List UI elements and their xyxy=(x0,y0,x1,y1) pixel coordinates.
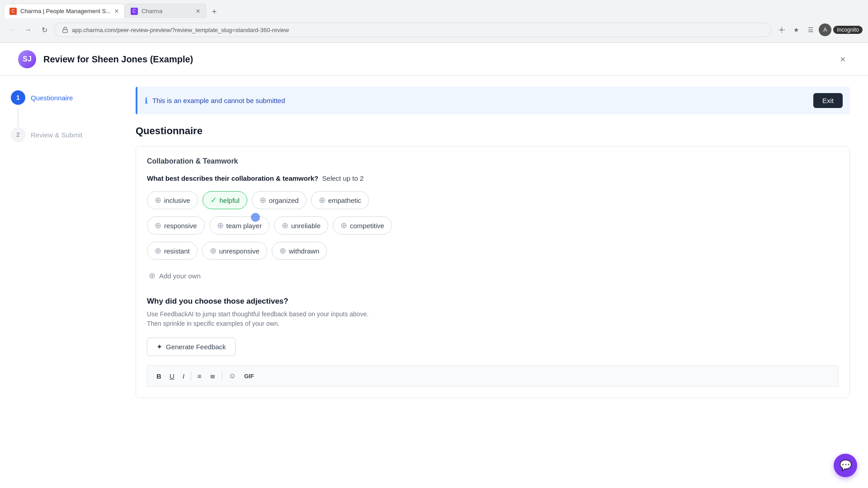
question-suffix: Select up to 2 xyxy=(322,174,364,182)
tab-label-1: Charma | People Management S... xyxy=(20,8,111,14)
add-own-button[interactable]: ⊕ Add your own xyxy=(147,267,839,284)
questionnaire-title: Questionnaire xyxy=(136,125,850,137)
page-title: Review for Sheen Jones (Example) xyxy=(43,54,828,65)
tab-bar: C Charma | People Management S... ✕ C Ch… xyxy=(0,0,868,18)
tags-grid: ⊕ inclusive ✓ helpful ⊕ organized xyxy=(147,191,839,209)
tag-unresponsive[interactable]: ⊕ unresponsive xyxy=(202,242,267,260)
tab-favicon-1: C xyxy=(9,8,17,15)
numbered-list-button[interactable]: ≣ xyxy=(206,370,219,382)
avatar: SJ xyxy=(18,50,36,68)
step-2-label[interactable]: Review & Submit xyxy=(31,131,82,139)
tag-unreliable[interactable]: ⊕ unreliable xyxy=(274,216,328,235)
tag-empathetic[interactable]: ⊕ empathetic xyxy=(311,191,369,209)
tag-icon-unresponsive: ⊕ xyxy=(210,246,217,256)
banner-text: This is an example and cannot be submitt… xyxy=(152,97,285,104)
tag-icon-responsive: ⊕ xyxy=(155,221,161,230)
tag-label-unresponsive: unresponsive xyxy=(219,247,259,255)
tag-icon-unreliable: ⊕ xyxy=(282,221,288,230)
tag-responsive[interactable]: ⊕ responsive xyxy=(147,216,205,235)
generate-icon: ✦ xyxy=(156,343,162,351)
bold-button[interactable]: B xyxy=(153,371,165,382)
tag-icon-competitive: ⊕ xyxy=(340,221,347,230)
bullet-list-button[interactable]: ≡ xyxy=(194,371,205,382)
sidebar-btn[interactable]: ☰ xyxy=(804,23,817,36)
section-title: Collaboration & Teamwork xyxy=(147,157,839,165)
question-main: What best describes their collaboration … xyxy=(147,174,318,182)
tab-favicon-2: C xyxy=(131,8,138,15)
chat-icon: 💬 xyxy=(840,460,852,471)
tags-grid-row3: ⊕ resistant ⊕ unresponsive ⊕ withdrawn xyxy=(147,242,839,260)
tag-label-helpful: helpful xyxy=(220,197,240,204)
banner-left: ℹ This is an example and cannot be submi… xyxy=(145,96,285,106)
tag-withdrawn[interactable]: ⊕ withdrawn xyxy=(272,242,327,260)
step-1-label[interactable]: Questionnaire xyxy=(31,94,73,102)
main-layout: 1 Questionnaire 2 Review & Submit ℹ This… xyxy=(0,76,868,488)
tag-icon-team-player: ⊕ xyxy=(217,221,224,230)
browser-chrome: C Charma | People Management S... ✕ C Ch… xyxy=(0,0,868,43)
tag-organized[interactable]: ⊕ organized xyxy=(252,191,307,209)
generate-btn-label: Generate Feedback xyxy=(166,343,226,351)
address-bar-row: ← → ↻ app.charma.com/peer-review-preview… xyxy=(0,18,868,42)
add-own-icon: ⊕ xyxy=(149,271,156,281)
step-1-item: 1 Questionnaire xyxy=(11,90,107,105)
italic-button[interactable]: I xyxy=(179,371,188,382)
tag-label-competitive: competitive xyxy=(350,222,384,230)
tag-icon-resistant: ⊕ xyxy=(155,246,161,256)
tag-label-withdrawn: withdrawn xyxy=(289,247,320,255)
info-banner: ℹ This is an example and cannot be submi… xyxy=(136,87,850,114)
exit-button[interactable]: Exit xyxy=(813,93,843,108)
tab-close-1[interactable]: ✕ xyxy=(114,8,119,14)
followup-subtitle: Use FeedbackAI to jump start thoughtful … xyxy=(147,310,839,328)
questionnaire-card: Collaboration & Teamwork What best descr… xyxy=(136,146,850,398)
new-tab-button[interactable]: + xyxy=(208,5,221,18)
question-text: What best describes their collaboration … xyxy=(147,174,839,182)
app-content: SJ Review for Sheen Jones (Example) × 1 … xyxy=(0,43,868,488)
svg-point-1 xyxy=(781,29,783,31)
tag-icon-withdrawn: ⊕ xyxy=(279,246,286,256)
tag-label-resistant: resistant xyxy=(164,247,190,255)
forward-button[interactable]: → xyxy=(22,23,34,36)
tag-inclusive[interactable]: ⊕ inclusive xyxy=(147,191,198,209)
tag-label-organized: organized xyxy=(269,197,299,204)
tag-resistant[interactable]: ⊕ resistant xyxy=(147,242,198,260)
add-own-label: Add your own xyxy=(159,272,201,280)
tag-label-unreliable: unreliable xyxy=(291,222,321,230)
refresh-button[interactable]: ↻ xyxy=(38,23,51,36)
browser-actions: ★ ☰ A Incognito xyxy=(775,23,863,36)
steps-sidebar: 1 Questionnaire 2 Review & Submit xyxy=(0,76,118,488)
content-area: ℹ This is an example and cannot be submi… xyxy=(118,76,868,488)
tags-grid-row2: ⊕ responsive ⊕ team player ⊕ unreliable xyxy=(147,216,839,235)
tag-helpful[interactable]: ✓ helpful xyxy=(203,191,247,209)
info-icon: ℹ xyxy=(145,96,148,106)
extension-btn[interactable] xyxy=(775,23,788,36)
close-button[interactable]: × xyxy=(835,52,850,66)
tag-icon-empathetic: ⊕ xyxy=(319,195,326,205)
tag-label-empathetic: empathetic xyxy=(328,197,361,204)
tag-icon-inclusive: ⊕ xyxy=(155,195,161,205)
underline-button[interactable]: U xyxy=(166,371,178,382)
toolbar-divider-1 xyxy=(191,371,191,380)
chat-widget-button[interactable]: 💬 xyxy=(834,454,857,477)
profile-btn[interactable]: A xyxy=(819,23,831,36)
emoji-button[interactable]: ☺ xyxy=(225,370,240,382)
address-input[interactable]: app.charma.com/peer-review-preview/?revi… xyxy=(54,23,772,37)
svg-rect-0 xyxy=(63,29,68,32)
back-button[interactable]: ← xyxy=(5,23,18,36)
tag-competitive[interactable]: ⊕ competitive xyxy=(333,216,392,235)
tag-icon-organized: ⊕ xyxy=(259,195,266,205)
gif-button[interactable]: GIF xyxy=(241,371,258,381)
bookmark-btn[interactable]: ★ xyxy=(790,23,802,36)
toolbar-divider-2 xyxy=(222,371,222,380)
url-text: app.charma.com/peer-review-preview/?revi… xyxy=(72,27,289,33)
tab-1[interactable]: C Charma | People Management S... ✕ xyxy=(4,4,125,18)
tab-2[interactable]: C Charma ✕ xyxy=(125,4,206,18)
generate-feedback-button[interactable]: ✦ Generate Feedback xyxy=(147,338,236,356)
tab-close-2[interactable]: ✕ xyxy=(196,8,200,14)
tag-team-player[interactable]: ⊕ team player xyxy=(209,216,269,235)
tab-label-2: Charma xyxy=(142,8,162,14)
editor-toolbar: B U I ≡ ≣ ☺ GIF xyxy=(147,365,839,387)
tag-icon-helpful: ✓ xyxy=(210,195,217,205)
tag-label-inclusive: inclusive xyxy=(164,197,190,204)
step-2-circle: 2 xyxy=(11,127,25,142)
step-1-circle: 1 xyxy=(11,90,25,105)
